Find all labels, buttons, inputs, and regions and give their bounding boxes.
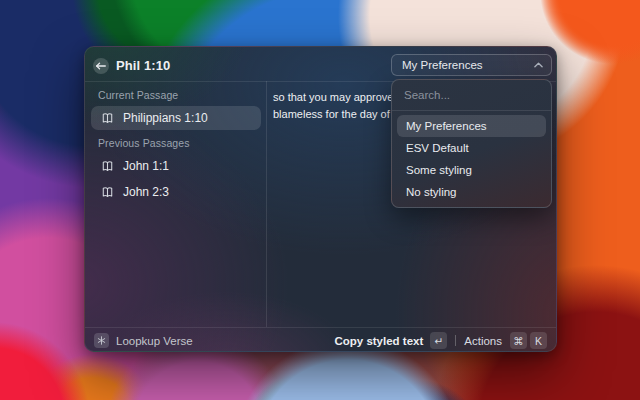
section-label-current-passage: Current Passage: [98, 89, 178, 101]
style-selector-value: My Preferences: [402, 59, 483, 71]
extension-name: Loopkup Verse: [116, 335, 193, 347]
screen: Phil 1:10 My Preferences Current Passage…: [0, 0, 640, 400]
extension-icon: [94, 333, 109, 348]
dropdown-item-label: My Preferences: [406, 120, 487, 132]
dropdown-item-some-styling[interactable]: Some styling: [397, 159, 546, 181]
page-title: Phil 1:10: [116, 58, 170, 73]
dropdown-item-esv-default[interactable]: ESV Default: [397, 137, 546, 159]
sidebar-item-label: John 2:3: [123, 185, 169, 199]
style-selector-dropdown[interactable]: My Preferences: [391, 54, 552, 76]
book-icon: [101, 112, 114, 125]
return-key-badge: ↵: [430, 332, 447, 349]
style-dropdown-panel: My Preferences ESV Default Some styling …: [391, 79, 552, 208]
dropdown-item-label: ESV Default: [406, 142, 469, 154]
back-arrow-icon: [96, 62, 106, 70]
section-label-previous-passages: Previous Passages: [98, 137, 190, 149]
command-key-badge: ⌘: [510, 332, 527, 349]
k-key-badge: K: [530, 332, 547, 349]
sidebar-item-label: Philippians 1:10: [123, 111, 208, 125]
back-button[interactable]: [93, 58, 109, 74]
dropdown-list: My Preferences ESV Default Some styling …: [392, 111, 551, 207]
sidebar-item-label: John 1:1: [123, 159, 169, 173]
dropdown-item-label: Some styling: [406, 164, 472, 176]
footer-bar: Loopkup Verse Copy styled text ↵ Actions…: [85, 328, 556, 352]
sidebar-item-john-1-1[interactable]: John 1:1: [91, 154, 261, 178]
dropdown-item-my-preferences[interactable]: My Preferences: [397, 115, 546, 137]
copy-styled-text-action[interactable]: Copy styled text: [334, 335, 423, 347]
dropdown-item-no-styling[interactable]: No styling: [397, 181, 546, 203]
book-icon: [101, 186, 114, 199]
book-icon: [101, 160, 114, 173]
footer-separator: [455, 335, 456, 346]
app-window: Phil 1:10 My Preferences Current Passage…: [84, 46, 557, 352]
sidebar-divider: [266, 81, 267, 327]
sidebar-item-philippians-1-10[interactable]: Philippians 1:10: [91, 106, 261, 130]
actions-menu-button[interactable]: Actions: [464, 335, 502, 347]
dropdown-item-label: No styling: [406, 186, 457, 198]
sidebar-item-john-2-3[interactable]: John 2:3: [91, 180, 261, 204]
search-input[interactable]: [392, 80, 551, 110]
chevron-up-icon: [534, 62, 543, 68]
